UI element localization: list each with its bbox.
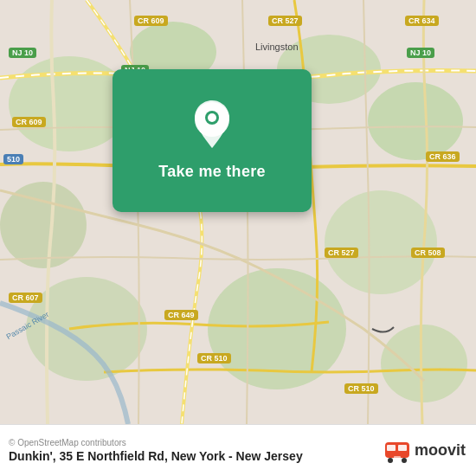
overlay-card[interactable]: Take me there: [113, 69, 312, 212]
map-container: CR 609 CR 527 CR 634 NJ 10 NJ 10 NJ 10 C…: [0, 0, 476, 424]
moovit-text: moovit: [415, 441, 466, 460]
road-label-cr510-bottom: CR 510: [197, 353, 231, 363]
moovit-bus-icon: [383, 437, 411, 465]
svg-point-12: [208, 113, 216, 122]
moovit-logo: moovit: [383, 437, 466, 465]
location-name: Dunkin', 35 E Northfield Rd, New York - …: [9, 449, 303, 463]
take-me-there-button[interactable]: Take me there: [158, 163, 266, 181]
svg-point-1: [9, 56, 130, 151]
road-label-cr609: CR 609: [134, 16, 168, 26]
town-label-livingston: Livingston: [255, 42, 299, 52]
road-label-cr649: CR 649: [164, 310, 198, 320]
road-label-cr527-top: CR 527: [268, 16, 302, 26]
svg-point-16: [388, 458, 393, 463]
svg-point-17: [402, 458, 407, 463]
attribution-text: © OpenStreetMap contributors: [9, 438, 126, 447]
road-label-cr609-2: CR 609: [12, 117, 46, 127]
road-label-510: 510: [3, 154, 23, 164]
footer-left: © OpenStreetMap contributors Dunkin', 35…: [9, 438, 303, 463]
svg-point-9: [381, 325, 467, 402]
svg-point-5: [325, 190, 437, 294]
location-pin-icon: [190, 100, 234, 152]
road-label-nj10-right: NJ 10: [407, 48, 434, 58]
road-label-cr634: CR 634: [405, 16, 439, 26]
svg-rect-18: [394, 456, 401, 459]
road-label-cr636: CR 636: [426, 151, 460, 162]
svg-point-4: [368, 82, 463, 160]
road-label-cr510-br: CR 510: [344, 383, 378, 394]
road-label-cr607: CR 607: [9, 293, 42, 303]
svg-rect-15: [398, 445, 407, 451]
footer: © OpenStreetMap contributors Dunkin', 35…: [0, 424, 476, 476]
attribution: © OpenStreetMap contributors: [9, 438, 303, 447]
svg-point-7: [26, 277, 147, 381]
road-label-nj10-left: NJ 10: [9, 48, 36, 58]
svg-rect-14: [387, 445, 396, 451]
road-label-cr527-mid: CR 527: [325, 248, 358, 258]
road-label-cr508: CR 508: [411, 248, 445, 258]
